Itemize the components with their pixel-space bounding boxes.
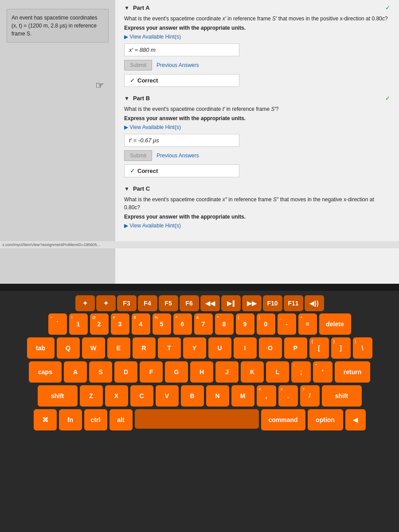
part-a-correct-label: Correct <box>137 77 158 84</box>
key-semicolon[interactable]: :; <box>291 361 311 383</box>
key-return[interactable]: return <box>335 361 370 383</box>
url-text: s.com/myct/ItemView?assignmentProblemID=… <box>2 243 100 247</box>
key-f9[interactable]: ▶▶ <box>242 295 262 311</box>
key-shift-l[interactable]: shift <box>38 385 78 407</box>
key-equals[interactable]: += <box>298 313 317 335</box>
key-x[interactable]: X <box>105 385 128 407</box>
part-b-answer: t′ = -0.67 μs <box>124 134 239 147</box>
number-key-row: ~` !1 @2 #3 $4 %5 ^6 &7 *8 (9 )0 _- += d… <box>7 313 392 335</box>
key-comma[interactable]: <, <box>257 385 276 407</box>
key-r[interactable]: R <box>133 337 156 359</box>
key-f11[interactable]: F11 <box>284 295 303 311</box>
key-t[interactable]: T <box>158 337 181 359</box>
key-ctrl[interactable]: ctrl <box>84 409 107 430</box>
key-a[interactable]: A <box>64 361 87 383</box>
problem-box: An event has spacetime coordinates (x, t… <box>7 9 109 43</box>
key-1[interactable]: !1 <box>69 313 88 335</box>
key-shift-r[interactable]: shift <box>322 385 362 407</box>
a-key-row: caps A S D F G H J K L :; "' return <box>7 361 392 383</box>
key-arrow-left[interactable]: ◀ <box>345 409 366 430</box>
key-0[interactable]: )0 <box>257 313 275 335</box>
key-period[interactable]: >. <box>278 385 298 407</box>
bottom-key-row: ⌘ fn ctrl alt command option ◀ <box>7 409 392 430</box>
key-f10[interactable]: F10 <box>263 295 282 311</box>
key-n[interactable]: N <box>206 385 229 407</box>
key-f3[interactable]: F3 <box>117 295 137 311</box>
part-c-hint-link[interactable]: ▶ View Available Hint(s) <box>124 223 390 229</box>
part-c-express: Express your answer with the appropriate… <box>124 214 390 220</box>
key-l[interactable]: L <box>266 361 289 383</box>
key-o[interactable]: O <box>259 337 282 359</box>
part-a-correct-badge: ✓ Correct <box>124 74 239 87</box>
key-g[interactable]: G <box>165 361 188 383</box>
key-s[interactable]: S <box>89 361 112 383</box>
part-a-hint-link[interactable]: ▶ View Available Hint(s) <box>124 34 390 40</box>
key-caps[interactable]: caps <box>29 361 62 383</box>
key-delete[interactable]: delete <box>319 313 351 335</box>
key-f6[interactable]: F6 <box>180 295 199 311</box>
key-y[interactable]: Y <box>183 337 206 359</box>
key-j[interactable]: J <box>215 361 239 383</box>
key-slash[interactable]: ?/ <box>300 385 320 407</box>
key-k[interactable]: K <box>241 361 264 383</box>
key-d[interactable]: D <box>114 361 137 383</box>
key-minus[interactable]: _- <box>278 313 296 335</box>
key-h[interactable]: H <box>190 361 213 383</box>
part-c-header: ▼ Part C <box>124 185 390 192</box>
part-a-prev-answers[interactable]: Previous Answers <box>156 62 199 68</box>
key-alt[interactable]: alt <box>110 409 133 430</box>
key-cmd-symbol[interactable]: ⌘ <box>34 409 57 430</box>
part-b-prev-answers[interactable]: Previous Answers <box>156 153 199 159</box>
part-a-question: What is the event's spacetime coordinate… <box>124 15 390 23</box>
key-v[interactable]: V <box>156 385 179 407</box>
key-backslash[interactable]: |\ <box>353 337 372 359</box>
key-f1[interactable]: ✦ <box>75 295 95 311</box>
key-i[interactable]: I <box>234 337 257 359</box>
key-q[interactable]: Q <box>57 337 80 359</box>
key-c[interactable]: C <box>130 385 153 407</box>
key-f8[interactable]: ▶‖ <box>221 295 241 311</box>
part-b-submit[interactable]: Submit <box>124 150 152 161</box>
key-b[interactable]: B <box>181 385 204 407</box>
key-lbracket[interactable]: {[ <box>309 337 329 359</box>
key-e[interactable]: E <box>107 337 130 359</box>
key-fn[interactable]: fn <box>59 409 82 430</box>
key-9[interactable]: (9 <box>236 313 254 335</box>
key-f12[interactable]: ◀)) <box>305 295 324 311</box>
part-b-correct-badge: ✓ Correct <box>124 164 239 177</box>
part-a-correct-check: ✓ <box>130 77 135 84</box>
part-a-section: ▼ Part A ✓ What is the event's spacetime… <box>124 4 390 87</box>
key-3[interactable]: #3 <box>111 313 129 335</box>
key-8[interactable]: *8 <box>215 313 234 335</box>
key-f2[interactable]: ✦ <box>96 295 116 311</box>
key-w[interactable]: W <box>82 337 105 359</box>
part-b-question: What is the event's spacetime coordinate… <box>124 105 390 113</box>
key-2[interactable]: @2 <box>90 313 109 335</box>
key-p[interactable]: P <box>284 337 307 359</box>
url-bar: s.com/myct/ItemView?assignmentProblemID=… <box>0 241 399 248</box>
key-f[interactable]: F <box>140 361 163 383</box>
part-b-button-row: Submit Previous Answers <box>124 150 390 161</box>
keyboard: ✦ ✦ F3 F4 F5 F6 ◀◀ ▶‖ ▶▶ F10 F11 ◀)) ~` … <box>0 291 399 532</box>
key-f5[interactable]: F5 <box>159 295 178 311</box>
key-command[interactable]: command <box>261 409 305 430</box>
key-option[interactable]: option <box>308 409 343 430</box>
key-6[interactable]: ^6 <box>173 313 192 335</box>
key-f4[interactable]: F4 <box>138 295 157 311</box>
part-b-hint-link[interactable]: ▶ View Available Hint(s) <box>124 124 390 130</box>
key-m[interactable]: M <box>231 385 254 407</box>
key-z[interactable]: Z <box>80 385 103 407</box>
key-rbracket[interactable]: }] <box>331 337 351 359</box>
key-7[interactable]: &7 <box>194 313 213 335</box>
part-a-checkmark: ✓ <box>385 4 390 11</box>
part-b-express: Express your answer with the appropriate… <box>124 115 390 121</box>
key-space[interactable] <box>135 409 259 429</box>
key-4[interactable]: $4 <box>132 313 150 335</box>
part-a-submit[interactable]: Submit <box>124 60 152 70</box>
key-backtick[interactable]: ~` <box>48 313 67 335</box>
key-f7[interactable]: ◀◀ <box>200 295 220 311</box>
key-quote[interactable]: "' <box>313 361 332 383</box>
key-tab[interactable]: tab <box>27 337 55 359</box>
key-5[interactable]: %5 <box>153 313 171 335</box>
key-u[interactable]: U <box>208 337 231 359</box>
